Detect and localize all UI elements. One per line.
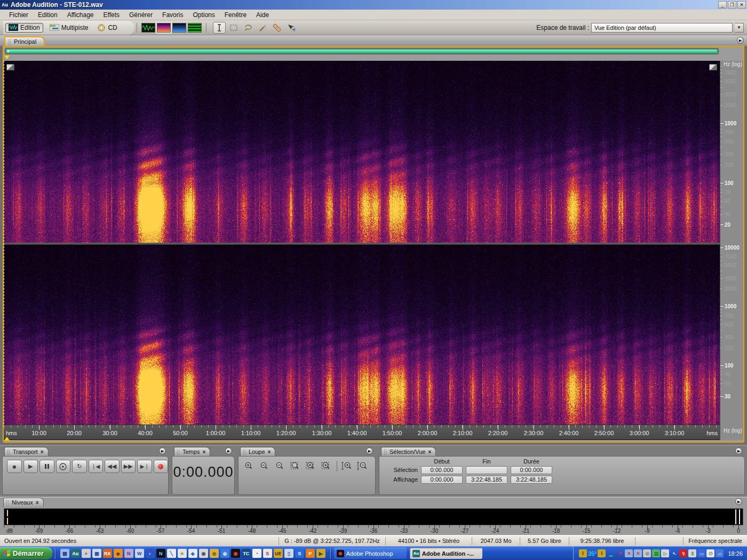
mouse-icon[interactable]: ʘ (706, 549, 714, 557)
niveaux-panel-menu-icon[interactable]: ▶ (735, 498, 742, 505)
loupe-panel-menu-icon[interactable]: ▶ (366, 447, 373, 454)
temps-tab[interactable]: Temps × (174, 447, 210, 456)
selection-duree-field[interactable]: 0:00.000 (511, 466, 552, 474)
affichage-fin-field[interactable]: 3:22:48.185 (466, 476, 507, 484)
menu-affichage[interactable]: Affichage (62, 10, 99, 20)
cursor-icon[interactable]: ↖ (670, 549, 678, 557)
zoom-out-vertical-button[interactable] (356, 461, 368, 471)
globe-blue-icon[interactable]: ◉ (220, 549, 229, 558)
fast-forward-button[interactable]: ▶▶ (121, 460, 136, 473)
temps-close-icon[interactable]: × (202, 450, 205, 454)
spectral-frequency-view-button[interactable] (157, 23, 171, 33)
workspace-select[interactable]: Vue Edition (par défaut) (591, 23, 733, 33)
scanner-icon[interactable]: ▷ (661, 549, 669, 557)
affichage-debut-field[interactable]: 0:00.000 (421, 476, 463, 484)
start-button[interactable]: Démarrer (0, 547, 52, 559)
ue-icon[interactable]: UE (274, 549, 283, 558)
selection-debut-field[interactable]: 0:00.000 (421, 466, 463, 474)
horizontal-scroll-track[interactable] (5, 48, 719, 54)
photo-app-icon[interactable]: N (156, 549, 165, 558)
temperature-indicator[interactable]: 35° (588, 550, 597, 557)
task-button-photoshop[interactable]: ◉Adobe Photoshop (334, 548, 407, 559)
edition-mode-button[interactable]: Edition (5, 23, 43, 33)
menu-générer[interactable]: Générer (124, 10, 157, 20)
transport-tab[interactable]: Transport × (4, 447, 49, 456)
playhead-strip[interactable] (4, 55, 743, 61)
corner-resize-icon-right[interactable] (709, 64, 717, 70)
taskbar-clock[interactable]: 18:26 (728, 550, 743, 557)
zoom-selection-left-button[interactable] (306, 461, 317, 471)
tab-principal[interactable]: Principal (4, 36, 45, 46)
task-button-audition[interactable]: AuAdobe Audition -... (410, 548, 482, 559)
zoom-selection-right-button[interactable] (321, 461, 333, 471)
selection-vue-close-icon[interactable]: × (428, 450, 431, 454)
red-bolt-icon[interactable]: ↯ (679, 549, 687, 557)
selection-vue-tab[interactable]: Sélection/Vue × (381, 447, 436, 456)
rewind-button[interactable]: ◀◀ (105, 460, 120, 473)
onenote-icon[interactable]: N (124, 549, 133, 558)
network-disabled2-icon[interactable]: ✕ (634, 549, 642, 557)
transport-close-icon[interactable]: × (41, 450, 44, 454)
disk-icon[interactable]: ▤ (652, 549, 660, 557)
frequency-ruler-left[interactable]: Hz (log) 7000500030002000100070050030020… (720, 61, 743, 243)
transport-panel-menu-icon[interactable]: ▶ (159, 447, 166, 454)
play-button[interactable]: ▶ (23, 460, 38, 473)
menu-aide[interactable]: Aide (251, 10, 274, 20)
phase-view-button[interactable] (188, 23, 202, 33)
green-bar-icon[interactable]: ▁ (607, 549, 615, 557)
word-icon[interactable]: W (135, 549, 144, 558)
time-ruler[interactable]: hms hms 10:0020:0030:0040:0050:001:00:00… (4, 425, 720, 439)
playhead-line[interactable] (4, 61, 4, 425)
restore-button[interactable]: ❐ (728, 1, 736, 9)
niveaux-tab[interactable]: Niveaux × (3, 498, 44, 507)
dollar-icon[interactable]: $ (688, 549, 696, 557)
burst-icon[interactable]: ★ (178, 549, 187, 558)
photoshop-eye-icon[interactable]: ◉ (231, 549, 240, 558)
sphere-icon[interactable]: ● (82, 549, 91, 558)
lasso-selection-tool-button[interactable] (242, 22, 255, 34)
wand-icon[interactable]: ╲ (167, 549, 176, 558)
loop-button[interactable]: ↻ (72, 460, 87, 473)
tc-icon[interactable]: TC (242, 549, 251, 558)
flag-icon[interactable]: ⚑ (616, 549, 624, 557)
zoom-in-vertical-button[interactable] (341, 461, 353, 471)
affichage-duree-field[interactable]: 3:22:48.185 (511, 476, 552, 484)
zoom-in-horizontal-button[interactable] (244, 461, 256, 471)
monitor-icon[interactable]: ▭ (697, 549, 705, 557)
selection-fin-field[interactable] (466, 466, 507, 474)
calculator-icon[interactable]: ▦ (92, 549, 101, 558)
stop-button[interactable]: ■ (7, 460, 22, 473)
clock-pause-icon[interactable]: ‖ (579, 549, 587, 557)
globe-gold-icon[interactable]: ◉ (210, 549, 219, 558)
close-button[interactable]: ✕ (737, 1, 746, 9)
pause-button[interactable] (39, 460, 54, 473)
playhead-marker-bottom[interactable] (4, 434, 10, 441)
frequency-ruler-right[interactable]: 1000070005000300020001000700500300200100… (720, 245, 743, 425)
camera-icon[interactable]: ◉ (199, 549, 208, 558)
swish-icon[interactable]: S (295, 549, 304, 558)
menu-edition[interactable]: Edition (33, 10, 62, 20)
zoom-to-selection-button[interactable] (290, 461, 302, 471)
effects-paintbrush-tool-button[interactable] (256, 22, 269, 34)
multipiste-mode-button[interactable]: Multipiste (46, 23, 92, 33)
niveaux-close-icon[interactable]: × (36, 500, 39, 505)
record-button[interactable] (154, 460, 169, 473)
network-disabled-icon[interactable]: ✕ (625, 549, 633, 557)
menu-fenêtre[interactable]: Fenêtre (220, 10, 251, 20)
marquee-selection-tool-button[interactable] (227, 22, 240, 34)
zoom-out-full-button[interactable] (275, 461, 287, 471)
cd-mode-button[interactable]: CD (94, 23, 120, 33)
pdf-icon[interactable]: P (306, 549, 315, 558)
no-entry-icon[interactable]: ⊘ (643, 549, 651, 557)
workspace-dropdown-arrow-icon[interactable]: ▼ (735, 23, 744, 33)
level-meter[interactable] (4, 508, 743, 525)
scrub-tool-button[interactable] (285, 22, 298, 34)
selection-panel-menu-icon[interactable]: ▶ (735, 447, 742, 454)
minimize-button[interactable]: _ (718, 1, 727, 9)
folder-icon[interactable]: ▱ (716, 549, 724, 557)
menu-effets[interactable]: Effets (99, 10, 124, 20)
spot-healing-brush-tool-button[interactable] (271, 22, 283, 34)
panel-menu-icon[interactable]: ▶ (737, 37, 744, 44)
spectrogram-left-channel[interactable] (4, 61, 720, 243)
sbp-icon[interactable]: S (263, 549, 272, 558)
